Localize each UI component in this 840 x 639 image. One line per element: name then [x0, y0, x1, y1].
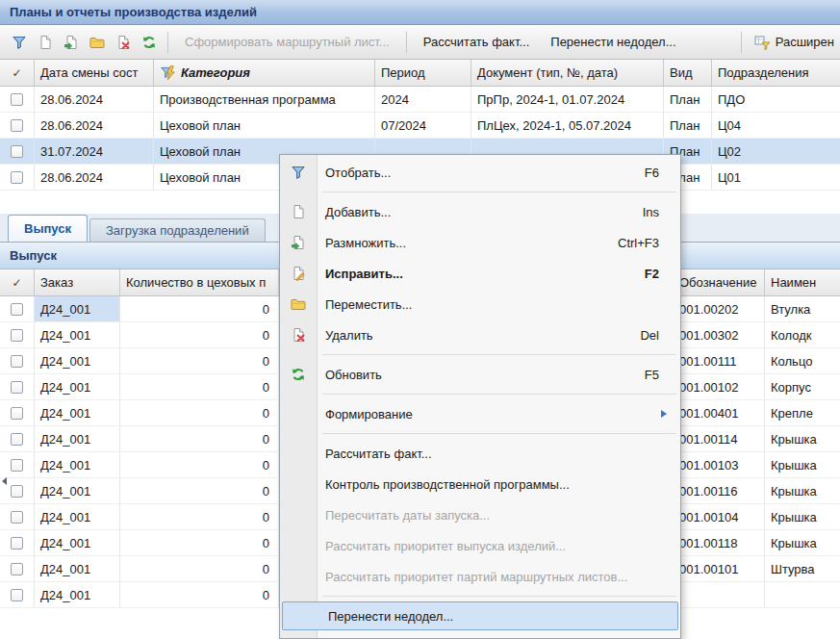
row-checkbox[interactable]	[11, 145, 23, 158]
header-qty[interactable]: Количество в цеховых п	[120, 269, 279, 295]
toolbar-separator	[167, 32, 168, 53]
row-checkbox[interactable]	[11, 329, 23, 342]
plans-row[interactable]: 28.06.2024 Производственная программа 20…	[0, 87, 840, 113]
row-checkbox[interactable]	[11, 93, 23, 106]
menu-item-pereschitat-daty: Пересчитать даты запуска...	[280, 499, 680, 530]
new-document-icon	[37, 34, 54, 51]
row-checkbox[interactable]	[11, 407, 23, 420]
app-window: Планы и отчеты производства изделий	[0, 0, 840, 639]
header-name[interactable]: Наимен	[765, 269, 840, 295]
toolbar-separator	[741, 32, 742, 53]
row-checkbox[interactable]	[11, 563, 23, 575]
tab-vypusk[interactable]: Выпуск	[8, 215, 88, 242]
cell-qty: 0	[120, 504, 279, 529]
row-checkbox[interactable]	[11, 303, 23, 316]
calc-fact-button[interactable]: Рассчитать факт...	[413, 30, 541, 55]
row-checkbox[interactable]	[11, 433, 23, 446]
refresh-button[interactable]	[136, 30, 162, 55]
add-button[interactable]	[32, 30, 58, 55]
row-checkbox[interactable]	[11, 485, 23, 498]
menu-item-obnovit[interactable]: Обновить F5	[280, 359, 680, 390]
advanced-button[interactable]: Расширен	[748, 30, 838, 55]
row-checkbox[interactable]	[11, 589, 23, 601]
header-category[interactable]: Категория	[154, 60, 375, 86]
menu-item-label: Формирование	[317, 407, 413, 422]
header-document[interactable]: Документ (тип, №, дата)	[471, 60, 664, 86]
row-checkbox[interactable]	[11, 511, 23, 524]
cell-division: ПДО	[712, 87, 840, 112]
cell-designation: 001.00101	[674, 556, 765, 581]
menu-item-razmnozhit[interactable]: Размножить... Ctrl+F3	[280, 227, 680, 258]
filter-icon	[280, 164, 317, 181]
menu-item-udalit[interactable]: Удалить Del	[280, 320, 680, 350]
plans-row[interactable]: 28.06.2024 Цеховой план 07/2024 ПлЦех, 2…	[0, 113, 840, 139]
menu-item-perenesti-nedodel[interactable]: Перенести недодел...	[282, 601, 678, 630]
header-designation[interactable]: Обозначение	[674, 269, 765, 295]
menu-item-dobavit[interactable]: Добавить... Ins	[280, 196, 680, 227]
menu-item-formirovanie[interactable]: Формирование	[280, 398, 680, 429]
refresh-icon	[280, 366, 317, 383]
cell-check	[0, 139, 35, 164]
cell-name: Крышка	[765, 530, 840, 555]
row-checkbox[interactable]	[11, 381, 23, 394]
cell-order: Д24_001	[35, 452, 120, 477]
header-check[interactable]: ✓	[0, 269, 35, 295]
header-period[interactable]: Период	[375, 60, 471, 86]
copy-document-icon	[280, 234, 317, 251]
check-mark-icon: ✓	[12, 66, 21, 80]
row-checkbox[interactable]	[11, 119, 23, 132]
generate-route-sheet-button: Сформировать маршрутный лист...	[174, 30, 400, 55]
cell-designation	[674, 582, 765, 607]
folder-icon	[89, 34, 106, 51]
cell-order: Д24_001	[35, 322, 120, 347]
cell-kind: План	[664, 87, 712, 112]
duplicate-button[interactable]	[58, 30, 84, 55]
header-kind[interactable]: Вид	[664, 60, 712, 86]
cell-qty: 0	[120, 322, 279, 347]
window-titlebar: Планы и отчеты производства изделий	[0, 0, 840, 25]
move-button[interactable]	[84, 30, 110, 55]
delete-button[interactable]	[110, 30, 136, 55]
cell-qty: 0	[120, 400, 279, 425]
row-checkbox[interactable]	[11, 171, 23, 184]
panel-collapse-button[interactable]	[0, 468, 9, 495]
cell-qty: 0	[120, 348, 279, 373]
cell-check	[0, 322, 35, 347]
cell-qty: 0	[120, 374, 279, 399]
row-checkbox[interactable]	[11, 537, 23, 550]
menu-separator	[280, 592, 680, 601]
cell-order: Д24_001	[35, 348, 120, 373]
row-checkbox[interactable]	[11, 355, 23, 368]
check-mark-icon: ✓	[12, 276, 21, 290]
cell-name: Штурва	[765, 556, 840, 581]
menu-item-kontrol-programmy[interactable]: Контроль производственной программы...	[280, 469, 680, 499]
menu-item-rasschitat-fakt[interactable]: Рассчитать факт...	[280, 438, 680, 469]
delete-document-icon	[115, 34, 132, 51]
menu-item-otobrat[interactable]: Отобрать... F6	[280, 157, 680, 188]
menu-item-shortcut: F5	[645, 368, 673, 382]
cell-qty: 0	[120, 582, 279, 607]
header-division[interactable]: Подразделения	[712, 60, 840, 86]
advanced-button-label: Расширен	[776, 35, 834, 49]
menu-item-label: Рассчитать приоритет выпуска изделий...	[317, 539, 566, 553]
cell-check	[0, 87, 35, 112]
header-category-label: Категория	[181, 65, 250, 80]
menu-item-label: Удалить	[317, 328, 373, 343]
filter-button[interactable]	[6, 30, 32, 55]
cell-date: 28.06.2024	[35, 87, 154, 112]
cell-date: 28.06.2024	[35, 165, 154, 190]
menu-item-peremestit[interactable]: Переместить...	[280, 289, 680, 320]
menu-item-label: Обновить	[317, 368, 382, 382]
header-order[interactable]: Заказ	[35, 269, 120, 295]
menu-item-ispravit[interactable]: Исправить... F2	[280, 258, 680, 289]
cell-qty: 0	[120, 478, 279, 503]
tab-zagruzka-podrazdeleniy[interactable]: Загрузка подразделений	[89, 218, 266, 242]
transfer-shortfall-button[interactable]: Перенести недодел...	[540, 30, 686, 55]
sort-filter-icon	[160, 64, 177, 82]
cell-designation: 001.00102	[674, 374, 765, 399]
header-check[interactable]: ✓	[0, 60, 35, 86]
row-checkbox[interactable]	[11, 459, 23, 472]
menu-separator	[280, 188, 680, 196]
header-date[interactable]: Дата смены сост	[35, 60, 154, 86]
cell-qty: 0	[120, 556, 279, 581]
